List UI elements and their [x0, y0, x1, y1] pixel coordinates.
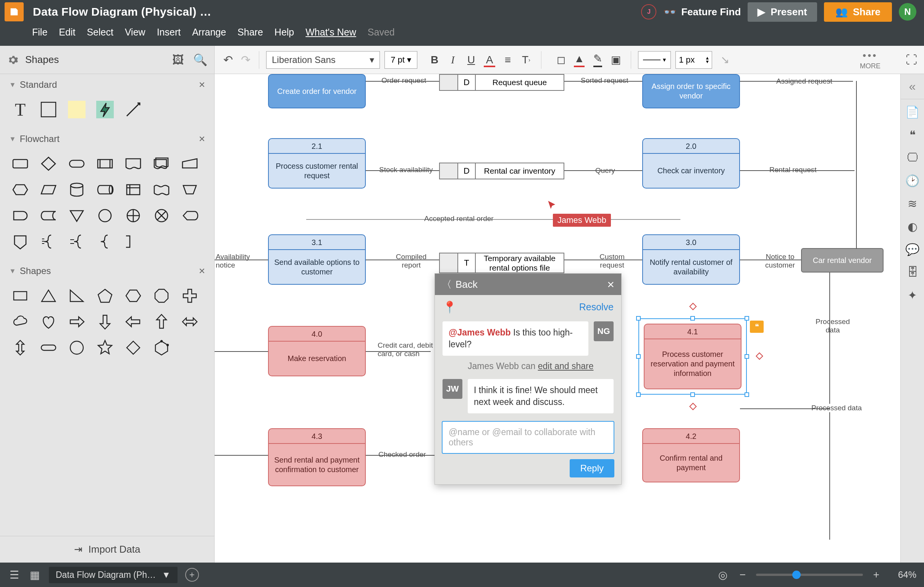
menu-share[interactable]: Share — [238, 27, 263, 38]
selection-handle[interactable] — [744, 392, 749, 397]
shape-document[interactable] — [124, 155, 142, 173]
shape-hexagon[interactable] — [124, 287, 142, 305]
grid-icon[interactable]: ▦ — [28, 568, 41, 581]
menu-arrange[interactable]: Arrange — [192, 27, 226, 38]
redo-button[interactable]: ↷ — [239, 53, 252, 66]
border-button[interactable]: ✎ — [589, 52, 606, 68]
shape-preparation[interactable] — [12, 181, 29, 198]
selection-handle[interactable] — [690, 316, 695, 321]
text-color-button[interactable]: A — [482, 52, 498, 68]
shape-papertape[interactable] — [153, 181, 170, 198]
shape-polygon[interactable] — [153, 339, 170, 356]
shape-manualinput[interactable] — [181, 155, 198, 173]
menu-view[interactable]: View — [125, 27, 145, 38]
shape-merge[interactable] — [68, 207, 86, 224]
dock-present-icon[interactable]: 🖵 — [904, 147, 921, 168]
comment-indicator-icon[interactable]: ❝ — [750, 321, 764, 333]
shape-cloud[interactable] — [12, 313, 29, 330]
dock-comment-icon[interactable]: ❝ — [904, 124, 921, 145]
shape-internalstorage[interactable] — [124, 181, 142, 198]
share-button[interactable]: 👥 Share — [824, 2, 892, 22]
shape-circle[interactable] — [68, 339, 86, 356]
menu-whatsnew[interactable]: What's New — [305, 27, 356, 38]
shape-connector[interactable] — [96, 207, 114, 224]
shape-heart[interactable] — [40, 313, 57, 330]
shape-multidoc[interactable] — [153, 155, 170, 173]
menu-edit[interactable]: Edit — [59, 27, 75, 38]
dock-layers-icon[interactable]: ≋ — [904, 193, 921, 214]
bold-button[interactable]: B — [426, 52, 442, 68]
comment-back-button[interactable]: 〈 Back — [442, 278, 478, 291]
line-width-select[interactable]: 1 px▴▾ — [675, 51, 712, 69]
shape-arrow-ud[interactable] — [12, 339, 29, 356]
font-size-select[interactable]: 7 pt▾ — [384, 51, 417, 69]
shape-rect[interactable] — [12, 287, 29, 305]
user-avatar-n[interactable]: N — [899, 3, 916, 21]
import-data-button[interactable]: ⇥ Import Data — [0, 536, 214, 562]
shape-text[interactable]: T — [12, 101, 29, 118]
shape-arrow-left[interactable] — [124, 313, 142, 330]
italic-button[interactable]: I — [445, 52, 461, 68]
close-icon[interactable]: × — [199, 265, 205, 277]
close-icon[interactable]: × — [199, 79, 205, 91]
node-vendor[interactable]: Car rental vendor — [801, 248, 884, 272]
shape-decision[interactable] — [40, 155, 57, 173]
palette-section-flowchart[interactable]: ▼ Flowchart × — [0, 128, 214, 150]
shape-options-button[interactable]: ▣ — [608, 52, 624, 68]
undo-button[interactable]: ↶ — [221, 53, 234, 66]
shape-arrow-down[interactable] — [96, 313, 114, 330]
underline-button[interactable]: U — [463, 52, 479, 68]
dock-chat-icon[interactable]: 💬 — [904, 239, 921, 259]
shape-manualop[interactable] — [181, 181, 198, 198]
outline-icon[interactable]: ☰ — [8, 568, 21, 581]
node-3-1[interactable]: 3.1 Send available options to customer — [268, 234, 366, 285]
node-4-0[interactable]: 4.0 Make reservation — [268, 326, 366, 376]
shape-arrow-up[interactable] — [153, 313, 170, 330]
image-icon[interactable]: 🖼 — [172, 53, 185, 66]
document-icon[interactable] — [5, 2, 24, 21]
shape-storeddata[interactable] — [40, 207, 57, 224]
edit-share-link[interactable]: edit and share — [538, 361, 594, 371]
zoom-out-button[interactable]: − — [736, 568, 749, 581]
shape-cross[interactable] — [181, 287, 198, 305]
node-4-2[interactable]: 4.2 Confirm rental and payment — [642, 428, 740, 482]
palette-section-standard[interactable]: ▼ Standard × — [0, 74, 214, 96]
shape-pentagon[interactable] — [96, 287, 114, 305]
node-2-1[interactable]: 2.1 Process customer rental request — [268, 138, 366, 188]
collapse-dock-button[interactable]: « — [901, 77, 924, 99]
shape-line[interactable] — [124, 101, 142, 118]
shape-openbrace[interactable] — [96, 233, 114, 251]
add-page-button[interactable]: + — [185, 568, 199, 582]
selection-handle[interactable] — [744, 354, 749, 359]
selection-handle[interactable] — [636, 316, 641, 321]
node-2-0[interactable]: 2.0 Check car inventory — [642, 138, 740, 188]
dock-page-icon[interactable]: 📄 — [904, 102, 921, 122]
more-button[interactable]: ••• MORE — [860, 49, 892, 70]
close-icon[interactable]: × — [607, 277, 614, 292]
feature-find-button[interactable]: 👓 Feature Find — [663, 6, 741, 18]
connector-handle[interactable] — [756, 352, 763, 360]
close-icon[interactable]: × — [199, 133, 205, 145]
shape-directdata[interactable] — [96, 181, 114, 198]
shape-star[interactable] — [96, 339, 114, 356]
shape-bolt[interactable] — [96, 101, 114, 118]
shape-diamond[interactable] — [124, 339, 142, 356]
presentation-play-icon[interactable]: ◎ — [716, 568, 729, 581]
shape-card[interactable] — [124, 233, 142, 251]
selection-handle[interactable] — [690, 392, 695, 397]
shape-brace[interactable] — [40, 233, 57, 251]
palette-section-shapes[interactable]: ▼ Shapes × — [0, 260, 214, 282]
shape-data[interactable] — [40, 181, 57, 198]
selection-handle[interactable] — [744, 316, 749, 321]
fill-button[interactable]: ▲ — [571, 52, 587, 68]
search-icon[interactable]: 🔍 — [193, 53, 206, 66]
shape-pill[interactable] — [40, 339, 57, 356]
shape-triangle[interactable] — [40, 287, 57, 305]
node-assign-order[interactable]: Assign order to specific vendor — [642, 74, 740, 109]
node-create-order[interactable]: Create order for vendor — [268, 74, 366, 109]
node-4-3[interactable]: 4.3 Send rental and payment confirmation… — [268, 428, 366, 486]
datastore-temp[interactable]: T Temporary available rental options fil… — [439, 253, 564, 273]
reply-button[interactable]: Reply — [570, 459, 614, 477]
zoom-slider[interactable] — [756, 574, 863, 576]
menu-select[interactable]: Select — [87, 27, 113, 38]
